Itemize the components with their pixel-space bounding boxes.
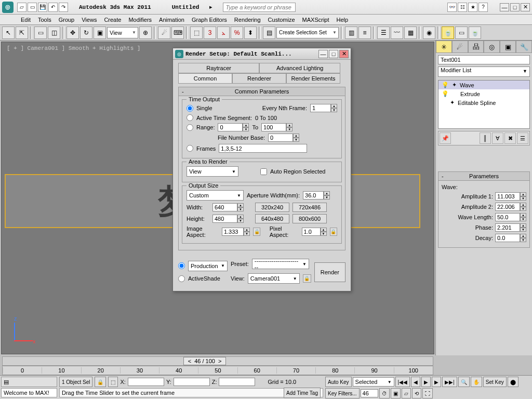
phase-input[interactable] — [495, 223, 520, 232]
tab-hierarchy[interactable]: 品 — [468, 41, 484, 53]
layers-icon[interactable]: ☰ — [377, 26, 390, 39]
rollout-header[interactable]: Parameters — [438, 172, 529, 181]
width-input[interactable] — [212, 203, 237, 211]
tab-create[interactable]: ✳ — [436, 41, 452, 53]
save-icon[interactable]: 💾 — [38, 3, 47, 12]
selection-set-dropdown[interactable]: Create Selection Set — [276, 27, 339, 38]
menu-rendering[interactable]: Rendering — [234, 17, 261, 23]
minimize-button[interactable]: — — [500, 3, 509, 11]
z-coord-input[interactable] — [219, 378, 255, 386]
ref-coord-dropdown[interactable]: View — [107, 27, 138, 38]
preset-640x480[interactable]: 640x480 — [255, 214, 289, 223]
menu-grapheditors[interactable]: Graph Editors — [192, 17, 227, 23]
menu-modifiers[interactable]: Modifiers — [128, 17, 152, 23]
range-to-input[interactable] — [261, 123, 286, 131]
schematic-icon[interactable]: ▦ — [404, 26, 417, 39]
unlink-icon[interactable]: ⇱ — [16, 26, 28, 39]
dialog-titlebar[interactable]: ◎ Render Setup: Default Scanli... — □ ✕ — [173, 48, 351, 60]
time-slider-thumb[interactable]: <46 / 100> — [183, 357, 227, 365]
mirror-icon[interactable]: ▥ — [345, 26, 357, 39]
amplitude2-input[interactable] — [495, 203, 520, 211]
frames-input[interactable] — [219, 144, 307, 153]
pivot-icon[interactable]: ⊕ — [139, 26, 152, 39]
x-coord-input[interactable] — [128, 378, 164, 386]
new-icon[interactable]: ▱ — [17, 3, 26, 12]
dialog-maximize[interactable]: □ — [329, 50, 338, 58]
tab-advanced-lighting[interactable]: Advanced Lighting — [259, 63, 340, 73]
zoom-ext-icon[interactable]: ▣ — [391, 388, 401, 398]
orbit-icon[interactable]: ⟲ — [412, 388, 421, 398]
tab-render-elements[interactable]: Render Elements — [286, 73, 340, 84]
image-aspect-input[interactable] — [222, 228, 244, 236]
comm-icon[interactable]: ☷ — [458, 3, 467, 12]
render-button[interactable]: Render — [314, 262, 345, 282]
star-icon[interactable]: ★ — [468, 3, 477, 12]
lock-sel-icon[interactable]: 🔒 — [95, 377, 106, 387]
help-icon[interactable]: ? — [478, 3, 488, 12]
menu-help[interactable]: Help — [337, 17, 349, 23]
named-sel-icon[interactable]: ▤ — [263, 26, 275, 39]
menu-edit[interactable]: Edit — [21, 17, 31, 23]
stack-item-spline[interactable]: ✦Editable Spline — [438, 98, 529, 107]
decay-input[interactable] — [495, 234, 520, 242]
track-bar[interactable]: 0 10 20 30 40 50 60 70 80 90 100 — [2, 366, 433, 375]
binocular-icon[interactable]: 👓 — [447, 3, 457, 12]
play-icon[interactable]: ▶ — [421, 377, 431, 387]
menu-create[interactable]: Create — [104, 17, 121, 23]
preset-320x240[interactable]: 320x240 — [255, 203, 289, 212]
snap3-icon[interactable]: 3 — [204, 26, 216, 39]
menu-group[interactable]: Group — [59, 17, 75, 23]
time-config-icon[interactable]: ⏱ — [379, 388, 390, 398]
show-result-icon[interactable]: ║ — [480, 132, 491, 144]
render-icon[interactable]: 🍵 — [469, 26, 481, 39]
radio-activeshade[interactable] — [178, 275, 185, 282]
percent-snap-icon[interactable]: % — [231, 26, 243, 39]
scale-icon[interactable]: ▣ — [94, 26, 106, 39]
iso-icon[interactable]: ⬚ — [108, 377, 118, 387]
configure-icon[interactable]: ☰ — [517, 132, 528, 144]
menu-views[interactable]: Views — [82, 17, 97, 23]
snap-icon[interactable]: ⬚ — [190, 26, 203, 39]
tab-renderer[interactable]: Renderer — [232, 73, 286, 84]
radio-range[interactable] — [187, 124, 193, 131]
pixel-aspect-input[interactable] — [302, 228, 321, 236]
keyfilters-button[interactable]: Key Filters... — [325, 388, 360, 398]
tab-utilities[interactable]: 🔧 — [516, 41, 532, 53]
curve-editor-icon[interactable]: 〰 — [391, 26, 403, 39]
wavelength-input[interactable] — [495, 213, 520, 221]
script-icon[interactable]: ▤ — [4, 379, 9, 385]
select-link-icon[interactable]: ↖ — [2, 26, 15, 39]
tab-display[interactable]: ▣ — [500, 41, 516, 53]
modifier-stack[interactable]: 💡✦Wave 💡Extrude ✦Editable Spline — [438, 80, 530, 129]
file-base-input[interactable] — [268, 134, 293, 142]
maximize-button[interactable]: □ — [510, 3, 520, 11]
next-frame-icon[interactable]: ▶ — [432, 377, 441, 387]
dialog-close[interactable]: ✕ — [339, 50, 349, 58]
rotate-icon[interactable]: ↻ — [80, 26, 92, 39]
tab-raytracer[interactable]: Raytracer — [178, 63, 259, 73]
maximize-vp-icon[interactable]: ⛶ — [422, 388, 433, 398]
stack-item-extrude[interactable]: 💡Extrude — [438, 89, 529, 98]
fov-icon[interactable]: ▱ — [402, 388, 411, 398]
keymode-icon[interactable]: ⌨ — [171, 26, 184, 39]
view-dropdown[interactable]: Camera001 — [248, 273, 300, 284]
lock-image-aspect-icon[interactable]: 🔒 — [253, 228, 260, 236]
area-view-dropdown[interactable]: View — [187, 166, 238, 177]
range-from-input[interactable] — [218, 123, 243, 131]
radio-single[interactable] — [187, 105, 193, 112]
lock-pixel-aspect-icon[interactable]: 🔒 — [330, 228, 337, 236]
auto-region-checkbox[interactable] — [260, 168, 267, 175]
redo-icon[interactable]: ↷ — [59, 3, 68, 12]
select-icon[interactable]: ▭ — [34, 26, 47, 39]
y-coord-input[interactable] — [174, 378, 210, 386]
pin-stack-icon[interactable]: 📌 — [440, 132, 451, 144]
height-input[interactable] — [212, 215, 237, 223]
radio-frames[interactable] — [187, 145, 193, 152]
goto-start-icon[interactable]: |◀◀ — [395, 377, 410, 387]
amplitude1-input[interactable] — [495, 192, 520, 201]
material-editor-icon[interactable]: ◉ — [423, 26, 435, 39]
preset-800x600[interactable]: 800x600 — [292, 214, 327, 223]
current-frame-input[interactable] — [361, 389, 378, 397]
zoom-icon[interactable]: 🔍 — [458, 377, 470, 387]
angle-snap-icon[interactable]: ⦛ — [217, 26, 230, 39]
